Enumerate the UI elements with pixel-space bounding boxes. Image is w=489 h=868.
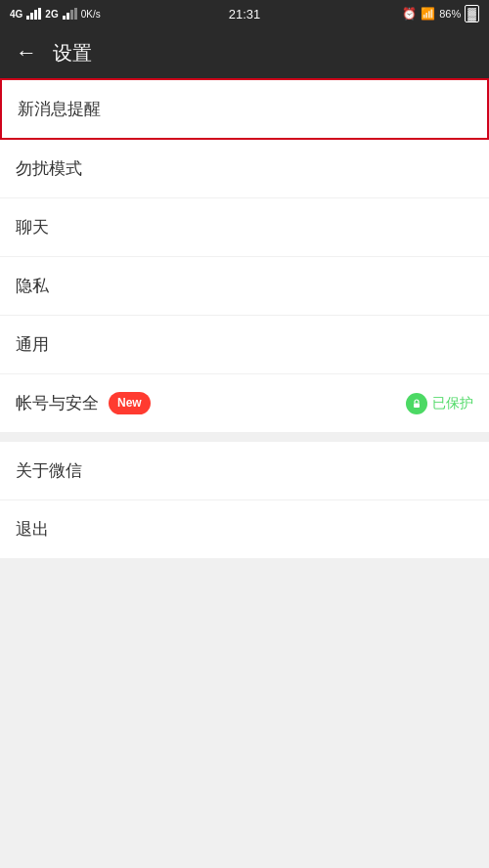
item-label-account: 帐号与安全	[16, 392, 99, 414]
settings-item-account[interactable]: 帐号与安全 New 已保护	[0, 374, 489, 432]
page-title: 设置	[53, 40, 92, 66]
alarm-icon: ⏰	[402, 7, 417, 21]
back-button[interactable]: ←	[16, 42, 37, 64]
signal-bars-4g	[26, 8, 41, 20]
item-label-chat: 聊天	[16, 216, 49, 239]
main-settings-section: 新消息提醒 勿扰模式 聊天 隐私 通用 帐号与安全 New	[0, 78, 489, 432]
settings-item-about[interactable]: 关于微信	[0, 442, 489, 500]
signal-bars-2g	[63, 8, 77, 20]
item-left: 聊天	[16, 216, 49, 239]
item-left: 隐私	[16, 275, 49, 297]
bottom-settings-section: 关于微信 退出	[0, 442, 489, 558]
protected-badge: 已保护	[406, 393, 473, 414]
item-left: 帐号与安全 New	[16, 392, 151, 414]
item-label-about: 关于微信	[16, 459, 82, 482]
settings-item-general[interactable]: 通用	[0, 316, 489, 374]
status-right: ⏰ 📶 86% ▓	[402, 5, 479, 22]
svg-rect-0	[414, 403, 420, 408]
wifi-icon: 📶	[421, 7, 435, 21]
settings-item-chat[interactable]: 聊天	[0, 198, 489, 257]
status-bar: 4G 2G 0K/s 21:31 ⏰ 📶 86% ▓	[0, 0, 489, 27]
network-speed: 0K/s	[81, 9, 101, 20]
gray-background	[0, 558, 489, 754]
settings-item-notifications[interactable]: 新消息提醒	[0, 78, 489, 140]
settings-item-dnd[interactable]: 勿扰模式	[0, 140, 489, 198]
status-left: 4G 2G 0K/s	[10, 8, 101, 20]
item-left: 新消息提醒	[18, 98, 101, 120]
4g-signal: 4G	[10, 9, 22, 20]
nav-bar: ← 设置	[0, 27, 489, 78]
battery-level: 86%	[439, 8, 461, 20]
item-label-notifications: 新消息提醒	[18, 98, 101, 120]
new-badge: New	[109, 392, 151, 414]
item-label-logout: 退出	[16, 518, 49, 541]
item-label-dnd: 勿扰模式	[16, 157, 82, 180]
protected-label: 已保护	[432, 395, 473, 412]
item-left: 勿扰模式	[16, 157, 82, 180]
item-left: 通用	[16, 333, 49, 356]
item-label-general: 通用	[16, 333, 49, 356]
settings-item-logout[interactable]: 退出	[0, 500, 489, 558]
battery-icon: ▓	[465, 5, 479, 22]
status-time: 21:31	[229, 7, 261, 22]
lock-icon	[406, 393, 427, 414]
settings-item-privacy[interactable]: 隐私	[0, 257, 489, 316]
2g-signal: 2G	[45, 9, 58, 20]
item-label-privacy: 隐私	[16, 275, 49, 297]
